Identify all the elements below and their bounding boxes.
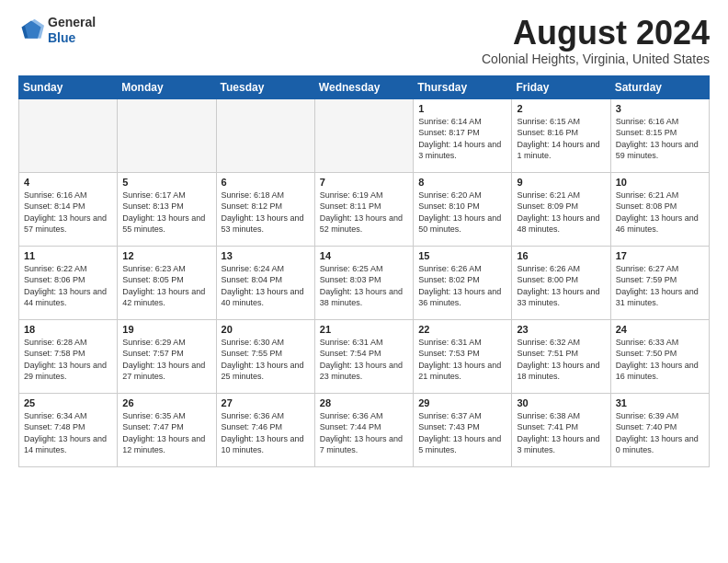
- cell-info: Sunrise: 6:21 AM Sunset: 8:09 PM Dayligh…: [517, 190, 605, 236]
- day-number: 14: [320, 250, 408, 261]
- cell-info: Sunrise: 6:26 AM Sunset: 8:00 PM Dayligh…: [517, 263, 605, 309]
- logo-text: General Blue: [48, 15, 96, 46]
- cell-info: Sunrise: 6:30 AM Sunset: 7:55 PM Dayligh…: [222, 337, 310, 383]
- calendar-week-row: 25Sunrise: 6:34 AM Sunset: 7:48 PM Dayli…: [19, 393, 710, 466]
- svg-marker-1: [25, 19, 44, 39]
- cell-info: Sunrise: 6:19 AM Sunset: 8:11 PM Dayligh…: [320, 190, 408, 236]
- col-friday: Friday: [512, 75, 610, 98]
- logo: General Blue: [18, 15, 96, 46]
- table-row: 10Sunrise: 6:21 AM Sunset: 8:08 PM Dayli…: [610, 172, 709, 246]
- col-monday: Monday: [118, 75, 216, 98]
- table-row: 2Sunrise: 6:15 AM Sunset: 8:16 PM Daylig…: [512, 98, 610, 172]
- col-sunday: Sunday: [19, 75, 118, 98]
- day-number: 13: [222, 250, 310, 261]
- cell-info: Sunrise: 6:16 AM Sunset: 8:14 PM Dayligh…: [24, 190, 112, 236]
- day-number: 25: [24, 397, 112, 408]
- day-number: 23: [517, 324, 605, 335]
- table-row: 1Sunrise: 6:14 AM Sunset: 8:17 PM Daylig…: [414, 98, 512, 172]
- day-number: 6: [222, 177, 310, 188]
- table-row: [216, 98, 314, 172]
- table-row: 27Sunrise: 6:36 AM Sunset: 7:46 PM Dayli…: [216, 393, 314, 466]
- logo-icon: [18, 17, 44, 43]
- col-saturday: Saturday: [610, 75, 709, 98]
- table-row: 11Sunrise: 6:22 AM Sunset: 8:06 PM Dayli…: [19, 246, 118, 319]
- table-row: 24Sunrise: 6:33 AM Sunset: 7:50 PM Dayli…: [610, 319, 709, 393]
- day-number: 12: [122, 250, 210, 261]
- day-number: 31: [616, 397, 704, 408]
- table-row: 4Sunrise: 6:16 AM Sunset: 8:14 PM Daylig…: [19, 172, 118, 246]
- day-number: 19: [122, 324, 210, 335]
- day-number: 1: [418, 103, 506, 114]
- cell-info: Sunrise: 6:21 AM Sunset: 8:08 PM Dayligh…: [616, 190, 704, 236]
- day-number: 22: [418, 324, 506, 335]
- table-row: 9Sunrise: 6:21 AM Sunset: 8:09 PM Daylig…: [512, 172, 610, 246]
- table-row: 8Sunrise: 6:20 AM Sunset: 8:10 PM Daylig…: [414, 172, 512, 246]
- cell-info: Sunrise: 6:31 AM Sunset: 7:53 PM Dayligh…: [418, 337, 506, 383]
- cell-info: Sunrise: 6:32 AM Sunset: 7:51 PM Dayligh…: [517, 337, 605, 383]
- col-tuesday: Tuesday: [216, 75, 314, 98]
- day-number: 16: [517, 250, 605, 261]
- day-number: 4: [24, 177, 112, 188]
- table-row: 13Sunrise: 6:24 AM Sunset: 8:04 PM Dayli…: [216, 246, 314, 319]
- table-row: 14Sunrise: 6:25 AM Sunset: 8:03 PM Dayli…: [314, 246, 413, 319]
- table-row: 25Sunrise: 6:34 AM Sunset: 7:48 PM Dayli…: [19, 393, 118, 466]
- cell-info: Sunrise: 6:15 AM Sunset: 8:16 PM Dayligh…: [517, 116, 605, 162]
- table-row: 31Sunrise: 6:39 AM Sunset: 7:40 PM Dayli…: [610, 393, 709, 466]
- table-row: 18Sunrise: 6:28 AM Sunset: 7:58 PM Dayli…: [19, 319, 118, 393]
- day-number: 7: [320, 177, 408, 188]
- location: Colonial Heights, Virginia, United State…: [482, 52, 710, 66]
- cell-info: Sunrise: 6:17 AM Sunset: 8:13 PM Dayligh…: [122, 190, 210, 236]
- cell-info: Sunrise: 6:25 AM Sunset: 8:03 PM Dayligh…: [320, 263, 408, 309]
- calendar-week-row: 18Sunrise: 6:28 AM Sunset: 7:58 PM Dayli…: [19, 319, 710, 393]
- table-row: 7Sunrise: 6:19 AM Sunset: 8:11 PM Daylig…: [314, 172, 413, 246]
- cell-info: Sunrise: 6:20 AM Sunset: 8:10 PM Dayligh…: [418, 190, 506, 236]
- day-number: 30: [517, 397, 605, 408]
- cell-info: Sunrise: 6:23 AM Sunset: 8:05 PM Dayligh…: [122, 263, 210, 309]
- cell-info: Sunrise: 6:33 AM Sunset: 7:50 PM Dayligh…: [616, 337, 704, 383]
- table-row: 17Sunrise: 6:27 AM Sunset: 7:59 PM Dayli…: [610, 246, 709, 319]
- cell-info: Sunrise: 6:29 AM Sunset: 7:57 PM Dayligh…: [122, 337, 210, 383]
- day-number: 2: [517, 103, 605, 114]
- title-block: August 2024 Colonial Heights, Virginia, …: [482, 15, 710, 66]
- month-year: August 2024: [482, 15, 710, 52]
- table-row: 12Sunrise: 6:23 AM Sunset: 8:05 PM Dayli…: [118, 246, 216, 319]
- table-row: 22Sunrise: 6:31 AM Sunset: 7:53 PM Dayli…: [414, 319, 512, 393]
- page: General Blue August 2024 Colonial Height…: [0, 0, 728, 563]
- day-number: 18: [24, 324, 112, 335]
- table-row: 19Sunrise: 6:29 AM Sunset: 7:57 PM Dayli…: [118, 319, 216, 393]
- day-number: 29: [418, 397, 506, 408]
- calendar-week-row: 11Sunrise: 6:22 AM Sunset: 8:06 PM Dayli…: [19, 246, 710, 319]
- cell-info: Sunrise: 6:31 AM Sunset: 7:54 PM Dayligh…: [320, 337, 408, 383]
- cell-info: Sunrise: 6:37 AM Sunset: 7:43 PM Dayligh…: [418, 410, 506, 456]
- day-number: 11: [24, 250, 112, 261]
- day-number: 24: [616, 324, 704, 335]
- header: General Blue August 2024 Colonial Height…: [18, 15, 710, 66]
- table-row: 28Sunrise: 6:36 AM Sunset: 7:44 PM Dayli…: [314, 393, 413, 466]
- table-row: 20Sunrise: 6:30 AM Sunset: 7:55 PM Dayli…: [216, 319, 314, 393]
- calendar-week-row: 1Sunrise: 6:14 AM Sunset: 8:17 PM Daylig…: [19, 98, 710, 172]
- day-number: 17: [616, 250, 704, 261]
- cell-info: Sunrise: 6:39 AM Sunset: 7:40 PM Dayligh…: [616, 410, 704, 456]
- table-row: 16Sunrise: 6:26 AM Sunset: 8:00 PM Dayli…: [512, 246, 610, 319]
- day-number: 28: [320, 397, 408, 408]
- cell-info: Sunrise: 6:35 AM Sunset: 7:47 PM Dayligh…: [122, 410, 210, 456]
- cell-info: Sunrise: 6:16 AM Sunset: 8:15 PM Dayligh…: [616, 116, 704, 162]
- day-number: 5: [122, 177, 210, 188]
- cell-info: Sunrise: 6:28 AM Sunset: 7:58 PM Dayligh…: [24, 337, 112, 383]
- calendar-table: Sunday Monday Tuesday Wednesday Thursday…: [18, 75, 710, 467]
- table-row: 15Sunrise: 6:26 AM Sunset: 8:02 PM Dayli…: [414, 246, 512, 319]
- day-number: 21: [320, 324, 408, 335]
- table-row: 5Sunrise: 6:17 AM Sunset: 8:13 PM Daylig…: [118, 172, 216, 246]
- weekday-header-row: Sunday Monday Tuesday Wednesday Thursday…: [19, 75, 710, 98]
- table-row: [118, 98, 216, 172]
- table-row: 21Sunrise: 6:31 AM Sunset: 7:54 PM Dayli…: [314, 319, 413, 393]
- table-row: [19, 98, 118, 172]
- day-number: 20: [222, 324, 310, 335]
- cell-info: Sunrise: 6:36 AM Sunset: 7:44 PM Dayligh…: [320, 410, 408, 456]
- cell-info: Sunrise: 6:24 AM Sunset: 8:04 PM Dayligh…: [222, 263, 310, 309]
- cell-info: Sunrise: 6:22 AM Sunset: 8:06 PM Dayligh…: [24, 263, 112, 309]
- day-number: 27: [222, 397, 310, 408]
- col-thursday: Thursday: [414, 75, 512, 98]
- day-number: 15: [418, 250, 506, 261]
- cell-info: Sunrise: 6:38 AM Sunset: 7:41 PM Dayligh…: [517, 410, 605, 456]
